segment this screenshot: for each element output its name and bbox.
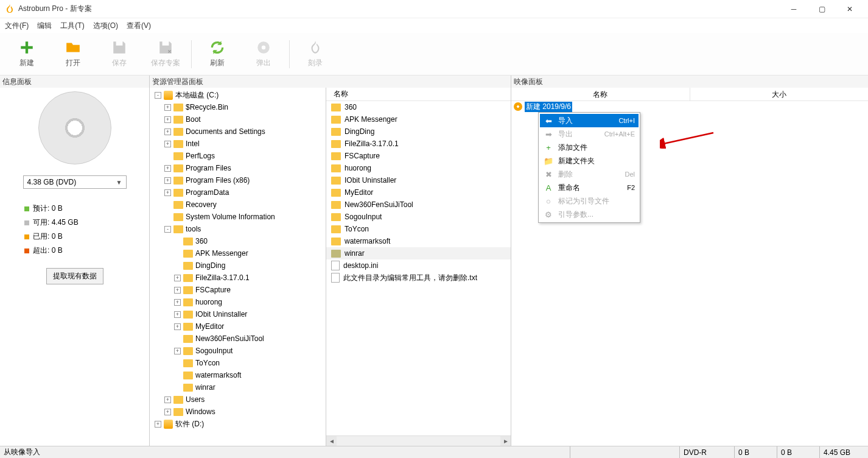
maximize-button[interactable]: ▢ (808, 1, 835, 18)
expand-icon[interactable]: + (174, 348, 181, 354)
tree-item[interactable]: 360 (150, 235, 326, 247)
tree-item[interactable]: +软件 (D:) (150, 418, 326, 430)
image-root-item[interactable]: 新建 2019/9/6 (511, 101, 868, 112)
tree-item[interactable]: System Volume Information (150, 211, 326, 223)
tree-item[interactable]: +FileZilla-3.17.0.1 (150, 272, 326, 284)
expand-icon[interactable]: + (164, 104, 171, 111)
menu-edit[interactable]: 编辑 (37, 21, 52, 31)
tree-item[interactable]: +Users (150, 393, 326, 406)
status-progress (570, 446, 679, 458)
folder-icon (183, 262, 193, 270)
expand-icon[interactable]: + (155, 421, 161, 428)
toolbar-new[interactable]: 新建 (4, 36, 50, 72)
tree-item[interactable]: PerfLogs (150, 150, 326, 162)
expand-icon[interactable]: - (164, 226, 171, 233)
expand-icon[interactable]: - (155, 92, 161, 99)
folder-icon (331, 213, 341, 221)
tree-item[interactable]: +FSCapture (150, 284, 326, 296)
scroll-left-icon[interactable]: ◂ (326, 436, 337, 446)
expand-icon[interactable]: + (174, 323, 181, 330)
expand-icon[interactable]: + (164, 177, 171, 184)
menu-file[interactable]: 文件(F) (5, 21, 29, 31)
tree-item[interactable]: winrar (150, 381, 326, 393)
annotation-arrow (660, 130, 715, 149)
tree-item[interactable]: +ProgramData (150, 186, 326, 199)
menu-options[interactable]: 选项(O) (93, 21, 118, 31)
tree-item[interactable]: DingDing (150, 259, 326, 272)
tree-item[interactable]: +Program Files (x86) (150, 174, 326, 186)
context-menu-item[interactable]: ⬅导入Ctrl+I (540, 114, 639, 127)
tree-item[interactable]: +huorong (150, 296, 326, 308)
expand-icon[interactable]: + (174, 299, 181, 306)
menu-tools[interactable]: 工具(T) (60, 21, 84, 31)
tree-item[interactable]: New360FenSuiJiTool (150, 333, 326, 345)
file-row[interactable]: 此文件目录为编辑常用工具，请勿删除.txt (326, 272, 511, 284)
toolbar-save[interactable]: 保存 (96, 36, 142, 72)
image-col-name[interactable]: 名称 (511, 88, 690, 100)
file-row[interactable]: FileZilla-3.17.0.1 (326, 138, 511, 150)
expand-icon[interactable]: + (164, 409, 171, 415)
expand-icon[interactable]: + (174, 275, 181, 281)
close-button[interactable]: ✕ (836, 1, 863, 18)
tree-item[interactable]: +Boot (150, 113, 326, 125)
file-list-body[interactable]: 360APK MessengerDingDingFileZilla-3.17.0… (326, 101, 511, 435)
expand-icon[interactable]: + (164, 165, 171, 172)
tree-item[interactable]: +Documents and Settings (150, 125, 326, 138)
tree-item[interactable]: +Program Files (150, 162, 326, 174)
menu-view[interactable]: 查看(V) (127, 21, 151, 31)
file-row[interactable]: New360FenSuiJiTool (326, 199, 511, 211)
context-menu-item[interactable]: A重命名F2 (540, 181, 639, 194)
info-panel-title: 信息面板 (0, 76, 150, 88)
svg-point-1 (262, 46, 266, 50)
toolbar-burn[interactable]: 刻录 (292, 36, 338, 72)
file-row[interactable]: SogouInput (326, 211, 511, 223)
folder-tree[interactable]: -本地磁盘 (C:)+$Recycle.Bin+Boot+Documents a… (150, 88, 326, 446)
file-row[interactable]: huorong (326, 162, 511, 174)
tree-item[interactable]: -本地磁盘 (C:) (150, 89, 326, 101)
tree-item[interactable]: +Windows (150, 406, 326, 418)
tree-item[interactable]: APK Messenger (150, 247, 326, 259)
tree-item[interactable]: +SogouInput (150, 345, 326, 357)
expand-icon[interactable]: + (164, 189, 171, 196)
tree-item[interactable]: +MyEditor (150, 320, 326, 333)
folder-icon (173, 128, 183, 136)
file-row[interactable]: desktop.ini (326, 259, 511, 272)
tree-item[interactable]: +$Recycle.Bin (150, 101, 326, 113)
image-col-size[interactable]: 大小 (690, 88, 869, 100)
context-menu-item[interactable]: 📁新建文件夹 (540, 154, 639, 167)
horizontal-scrollbar[interactable]: ◂ ▸ (326, 435, 511, 446)
tree-item[interactable]: -tools (150, 223, 326, 235)
tree-item[interactable]: Recovery (150, 199, 326, 211)
file-row[interactable]: MyEditor (326, 186, 511, 199)
tree-item[interactable]: +Intel (150, 138, 326, 150)
menu-item-icon: ➡ (544, 129, 553, 139)
toolbar-open[interactable]: 打开 (50, 36, 96, 72)
tree-item[interactable]: ToYcon (150, 357, 326, 369)
minimize-button[interactable]: ─ (780, 1, 807, 18)
toolbar-separator (289, 40, 290, 68)
toolbar-eject[interactable]: 弹出 (240, 36, 287, 72)
expand-icon[interactable]: + (164, 141, 171, 147)
expand-icon[interactable]: + (164, 396, 171, 403)
file-row[interactable]: FSCapture (326, 150, 511, 162)
tree-item[interactable]: +IObit Uninstaller (150, 308, 326, 320)
file-row[interactable]: DingDing (326, 125, 511, 138)
file-row[interactable]: APK Messenger (326, 113, 511, 125)
file-row[interactable]: IObit Uninstaller (326, 174, 511, 186)
context-menu-item[interactable]: +添加文件 (540, 141, 639, 154)
file-row[interactable]: ToYcon (326, 223, 511, 235)
tree-item[interactable]: watermarksoft (150, 369, 326, 381)
toolbar-refresh[interactable]: 刷新 (194, 36, 240, 72)
expand-icon[interactable]: + (174, 287, 181, 294)
extract-data-button[interactable]: 提取现有数据 (46, 268, 103, 284)
file-row[interactable]: 360 (326, 101, 511, 113)
toolbar-save-project[interactable]: 保存专案 (142, 36, 189, 72)
filelist-header-name[interactable]: 名称 (326, 88, 511, 101)
expand-icon[interactable]: + (164, 116, 171, 123)
scroll-right-icon[interactable]: ▸ (500, 436, 511, 446)
disc-size-select[interactable]: 4.38 GB (DVD) ▼ (23, 175, 127, 189)
expand-icon[interactable]: + (174, 311, 181, 318)
file-row[interactable]: watermarksoft (326, 235, 511, 247)
file-row[interactable]: winrar (326, 247, 511, 259)
expand-icon[interactable]: + (164, 129, 171, 135)
